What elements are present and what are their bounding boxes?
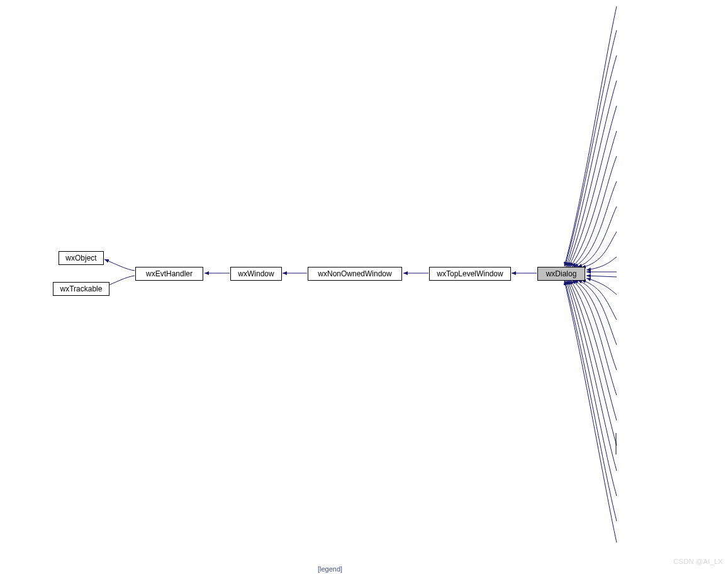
edge-derived-4	[568, 81, 617, 267]
node-wxtrackable[interactable]: wxTrackable	[53, 282, 109, 296]
node-wxwindow[interactable]: wxWindow	[230, 267, 282, 281]
edge-derived-19	[570, 280, 617, 420]
edge-derived-14	[586, 278, 617, 295]
edge-derived-21	[568, 280, 617, 471]
edge-derived-1	[564, 6, 617, 266]
node-wxdialog[interactable]: wxDialog	[537, 267, 585, 281]
node-wxevthandler[interactable]: wxEvtHandler	[135, 267, 203, 281]
node-wxnonownedwindow[interactable]: wxNonOwnedWindow	[308, 267, 402, 281]
edge-derived-24	[564, 281, 617, 543]
legend-link[interactable]: [legend]	[318, 565, 342, 573]
edge-derived-22	[566, 280, 617, 496]
watermark-text: CSDN @AI_LX	[673, 558, 723, 565]
edge-wxevthandler-to-wxobject	[104, 259, 135, 271]
edge-derived-6	[570, 131, 617, 267]
edge-derived-13	[586, 276, 617, 277]
node-wxtoplevelwindow[interactable]: wxTopLevelWindow	[429, 267, 511, 281]
node-wxobject[interactable]: wxObject	[59, 251, 104, 265]
edge-derived-23	[565, 281, 617, 521]
edge-derived-8	[574, 181, 617, 267]
